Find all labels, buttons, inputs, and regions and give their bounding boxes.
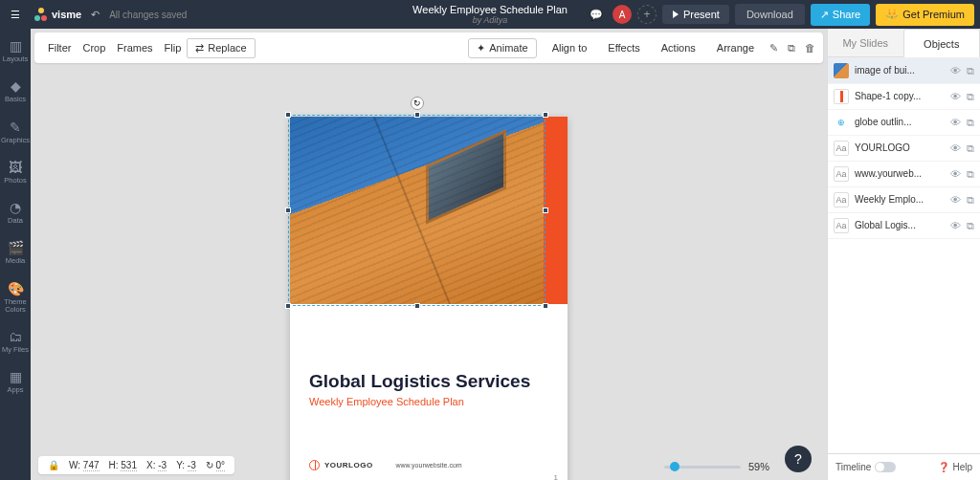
- animate-button[interactable]: ✦Animate: [468, 38, 536, 58]
- globe-icon: [309, 460, 320, 470]
- panel-footer: Timeline ❓ Help: [828, 453, 980, 480]
- help-link[interactable]: ❓ Help: [938, 462, 972, 472]
- layer-name: Global Logis...: [855, 220, 945, 231]
- layer-item-image[interactable]: image of bui... 👁 ⧉: [828, 58, 980, 84]
- layer-item-weekly-text[interactable]: Aa Weekly Emplo... 👁 ⧉: [828, 187, 980, 213]
- filter-button[interactable]: Filter: [42, 39, 77, 56]
- accent-strip-shape[interactable]: [544, 117, 568, 304]
- delete-button[interactable]: 🗑: [805, 42, 815, 54]
- layer-name: globe outlin...: [855, 117, 945, 128]
- duplicate-button[interactable]: ⧉: [788, 42, 795, 55]
- lock-toggle[interactable]: ⧉: [967, 91, 974, 103]
- sidebar-item-layouts[interactable]: ▥Layouts: [0, 34, 31, 67]
- effects-button[interactable]: Effects: [602, 39, 645, 56]
- document-title-area: Weekly Employee Schedule Plan by Aditya: [412, 4, 568, 25]
- replace-icon: ⇄: [195, 42, 204, 55]
- lock-toggle[interactable]: ⧉: [967, 168, 974, 181]
- visibility-toggle[interactable]: 👁: [950, 168, 961, 180]
- flip-button[interactable]: Flip: [159, 39, 188, 56]
- help-icon: ❓: [938, 462, 949, 472]
- zoom-value[interactable]: 59%: [748, 461, 769, 472]
- arrange-button[interactable]: Arrange: [711, 39, 760, 56]
- layers-list: image of bui... 👁 ⧉ Shape-1 copy... 👁 ⧉ …: [828, 57, 980, 453]
- align-button[interactable]: Align to: [546, 39, 593, 56]
- visibility-toggle[interactable]: 👁: [950, 194, 961, 206]
- timeline-toggle-row[interactable]: Timeline: [835, 462, 896, 472]
- crop-button[interactable]: Crop: [77, 39, 111, 56]
- share-button[interactable]: ↗ Share: [811, 4, 870, 26]
- rotate-handle[interactable]: [411, 97, 424, 110]
- premium-button[interactable]: 👑 Get Premium: [876, 4, 974, 26]
- document-author: by Aditya: [412, 15, 568, 25]
- lock-toggle[interactable]: ⧉: [967, 220, 974, 232]
- width-readout[interactable]: W: 747: [69, 460, 100, 470]
- visibility-toggle[interactable]: 👁: [950, 142, 961, 154]
- height-readout[interactable]: H: 531: [109, 460, 137, 470]
- eyedropper-button[interactable]: ✎: [769, 42, 778, 55]
- lock-toggle[interactable]: ⧉: [967, 194, 974, 207]
- y-readout[interactable]: Y: -3: [176, 460, 196, 470]
- visibility-toggle[interactable]: 👁: [950, 220, 961, 231]
- layer-item-logo-text[interactable]: Aa YOURLOGO 👁 ⧉: [828, 136, 980, 162]
- present-button[interactable]: Present: [662, 5, 729, 24]
- layer-item-website-text[interactable]: Aa www.yourweb... 👁 ⧉: [828, 162, 980, 187]
- website-text[interactable]: www.yourwebsite.com: [395, 462, 461, 469]
- slide-page[interactable]: Global Logistics Services Weekly Employe…: [290, 117, 568, 480]
- x-readout[interactable]: X: -3: [146, 460, 167, 470]
- logo-mark-icon: [34, 8, 48, 21]
- logo-row[interactable]: YOURLOGO: [309, 460, 373, 470]
- sidebar-item-data[interactable]: ◔Data: [0, 196, 31, 229]
- visibility-toggle[interactable]: 👁: [950, 65, 961, 76]
- lock-icon[interactable]: 🔒: [48, 460, 59, 470]
- page-number: 1: [554, 473, 558, 480]
- layer-name: Weekly Emplo...: [855, 194, 945, 206]
- actions-button[interactable]: Actions: [656, 39, 702, 56]
- topbar-right: 💬 A + Present Download ↗ Share 👑 Get Pre…: [586, 4, 980, 26]
- sidebar-item-media[interactable]: 🎬Media: [0, 236, 31, 269]
- lock-toggle[interactable]: ⧉: [967, 142, 974, 155]
- document-title: Weekly Employee Schedule Plan: [412, 4, 568, 15]
- sidebar-item-photos[interactable]: 🖼Photos: [0, 156, 31, 188]
- lock-toggle[interactable]: ⧉: [967, 65, 974, 77]
- main-area: ▥Layouts ◆Basics ✎Graphics 🖼Photos ◔Data…: [0, 29, 980, 480]
- tab-my-slides[interactable]: My Slides: [828, 29, 903, 57]
- add-collaborator-button[interactable]: +: [637, 5, 657, 24]
- subhead-text[interactable]: Weekly Employee Schedule Plan: [309, 396, 464, 407]
- timeline-toggle[interactable]: [875, 462, 896, 472]
- layer-item-shape[interactable]: Shape-1 copy... 👁 ⧉: [828, 84, 980, 110]
- left-sidebar: ▥Layouts ◆Basics ✎Graphics 🖼Photos ◔Data…: [0, 29, 31, 480]
- right-panel: My Slides Objects image of bui... 👁 ⧉ Sh…: [827, 29, 980, 480]
- sidebar-item-graphics[interactable]: ✎Graphics: [0, 116, 31, 148]
- visibility-toggle[interactable]: 👁: [950, 117, 961, 128]
- lock-toggle[interactable]: ⧉: [967, 117, 974, 129]
- comments-button[interactable]: 💬: [586, 4, 607, 25]
- brand-logo[interactable]: visme: [34, 8, 81, 21]
- tab-objects[interactable]: Objects: [903, 29, 981, 57]
- sidebar-item-my-files[interactable]: 🗂My Files: [0, 325, 31, 358]
- canvas-viewport[interactable]: Global Logistics Services Weekly Employe…: [31, 67, 827, 480]
- layer-thumb-icon: Aa: [834, 192, 849, 207]
- help-fab[interactable]: ?: [785, 446, 812, 472]
- visibility-toggle[interactable]: 👁: [950, 91, 961, 102]
- layer-thumb-icon: ⊕: [834, 115, 849, 130]
- theme-icon: 🎨: [8, 281, 23, 296]
- layer-item-globe[interactable]: ⊕ globe outlin... 👁 ⧉: [828, 110, 980, 136]
- frames-button[interactable]: Frames: [111, 39, 158, 56]
- angle-readout[interactable]: ↻ 0°: [206, 460, 225, 470]
- download-button[interactable]: Download: [735, 4, 805, 25]
- headline-text[interactable]: Global Logistics Services: [309, 371, 530, 392]
- layer-name: image of bui...: [855, 65, 945, 76]
- zoom-thumb[interactable]: [670, 462, 679, 471]
- media-icon: 🎬: [8, 240, 23, 255]
- menu-button[interactable]: ☰: [0, 0, 31, 29]
- play-icon: [673, 11, 679, 18]
- sidebar-item-basics[interactable]: ◆Basics: [0, 75, 31, 107]
- sidebar-item-apps[interactable]: ▦Apps: [0, 365, 31, 398]
- user-avatar[interactable]: A: [612, 5, 632, 24]
- hero-image[interactable]: [290, 117, 544, 304]
- layer-item-global-text[interactable]: Aa Global Logis... 👁 ⧉: [828, 213, 980, 239]
- replace-button[interactable]: ⇄Replace: [187, 38, 255, 58]
- zoom-slider[interactable]: [664, 466, 741, 469]
- undo-button[interactable]: ↶: [91, 9, 100, 21]
- sidebar-item-theme-colors[interactable]: 🎨Theme Colors: [0, 277, 31, 318]
